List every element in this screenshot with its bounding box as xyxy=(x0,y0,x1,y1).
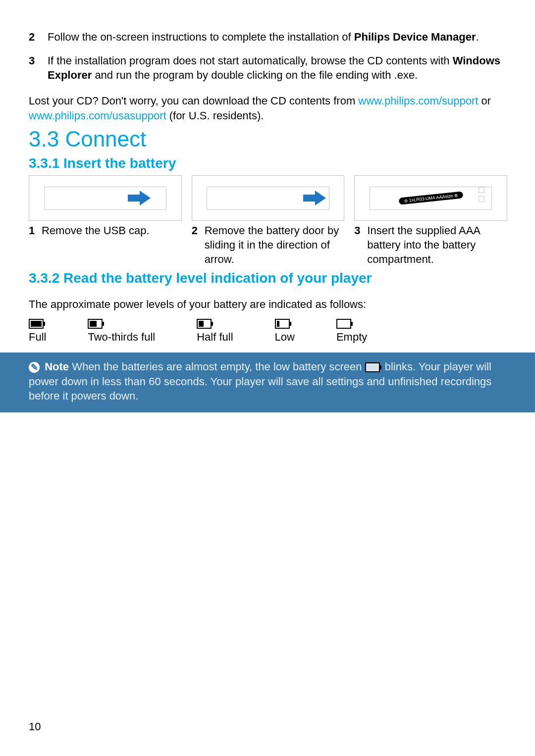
support-link-2[interactable]: www.philips.com/usasupport xyxy=(29,109,166,122)
svg-rect-7 xyxy=(211,322,213,326)
text-segment: If the installation program does not sta… xyxy=(48,54,453,67)
battery-levels-row: Full Two-thirds full Half full xyxy=(29,319,506,344)
step-number: 3 xyxy=(29,53,39,83)
text-segment: . xyxy=(476,31,479,43)
svg-rect-10 xyxy=(289,322,291,326)
svg-rect-13 xyxy=(351,322,353,326)
svg-rect-2 xyxy=(31,321,42,327)
figure-cell-2: 2 Remove the battery door by sliding it … xyxy=(192,175,344,266)
caption-number: 1 xyxy=(29,224,36,238)
caption-number: 3 xyxy=(354,224,361,266)
figure-row: 1 Remove the USB cap. 2 Remove the batte… xyxy=(29,175,506,266)
text-segment: Follow the on-screen instructions to com… xyxy=(48,31,354,43)
note-text-pre: When the batteries are almost empty, the… xyxy=(69,360,365,373)
svg-rect-1 xyxy=(43,322,45,326)
svg-rect-12 xyxy=(337,319,351,328)
battery-blink-icon xyxy=(365,362,382,372)
level-full: Full xyxy=(29,319,46,344)
section-heading-connect: 3.3 Connect xyxy=(29,127,506,151)
text-bold: Philips Device Manager xyxy=(354,31,476,43)
battery-full-icon xyxy=(29,319,46,329)
arrow-right-icon xyxy=(303,191,326,205)
figure-insert-battery: ⊖ 1xLR03·UM4·AAAsize ⊕ xyxy=(354,175,507,221)
caption-text: Remove the USB cap. xyxy=(42,224,150,238)
figure-caption-3: 3 Insert the supplied AAA battery into t… xyxy=(354,224,506,266)
step-number: 2 xyxy=(29,30,39,45)
level-label: Empty xyxy=(336,331,367,344)
svg-rect-5 xyxy=(90,321,97,327)
svg-rect-8 xyxy=(199,321,204,327)
caption-text: Insert the supplied AAA battery into the… xyxy=(367,224,506,266)
figure-usb-cap xyxy=(29,175,182,221)
level-label: Full xyxy=(29,331,46,344)
svg-rect-4 xyxy=(102,322,104,326)
level-label: Two-thirds full xyxy=(88,331,155,344)
svg-rect-14 xyxy=(366,363,379,372)
battery-empty-icon xyxy=(336,319,353,329)
note-icon: ✎ xyxy=(29,362,40,373)
page-number: 10 xyxy=(29,720,41,733)
note-box: ✎ Note When the batteries are almost emp… xyxy=(0,353,535,412)
level-half: Half full xyxy=(197,319,233,344)
subsection-insert-battery: 3.3.1 Insert the battery xyxy=(29,155,506,171)
text-segment: or xyxy=(478,95,491,107)
support-link-1[interactable]: www.philips.com/support xyxy=(358,95,478,107)
level-label: Low xyxy=(275,331,295,344)
install-step-3: 3 If the installation program does not s… xyxy=(29,53,506,83)
svg-rect-11 xyxy=(277,321,279,327)
levels-intro: The approximate power levels of your bat… xyxy=(29,297,506,312)
figure-caption-2: 2 Remove the battery door by sliding it … xyxy=(192,224,344,266)
text-segment: and run the program by double clicking o… xyxy=(92,69,418,81)
polarity-icons xyxy=(479,187,484,202)
caption-number: 2 xyxy=(192,224,199,266)
battery-two-thirds-icon xyxy=(88,319,105,329)
figure-battery-door xyxy=(192,175,345,221)
lost-cd-paragraph: Lost your CD? Don't worry, you can downl… xyxy=(29,94,506,123)
step-text: Follow the on-screen instructions to com… xyxy=(48,30,479,45)
battery-half-icon xyxy=(197,319,214,329)
install-step-2: 2 Follow the on-screen instructions to c… xyxy=(29,30,506,45)
level-empty: Empty xyxy=(336,319,367,344)
battery-low-icon xyxy=(275,319,292,329)
step-text: If the installation program does not sta… xyxy=(48,53,506,83)
caption-text: Remove the battery door by sliding it in… xyxy=(205,224,344,266)
battery-label-text: 1xLR03·UM4·AAAsize xyxy=(409,194,453,203)
svg-rect-15 xyxy=(379,365,381,369)
level-label: Half full xyxy=(197,331,233,344)
arrow-right-icon xyxy=(128,191,151,205)
figure-cell-3: ⊖ 1xLR03·UM4·AAAsize ⊕ 3 Insert the supp… xyxy=(354,175,506,266)
text-segment: (for U.S. residents). xyxy=(166,109,264,122)
subsection-battery-level: 3.3.2 Read the battery level indication … xyxy=(29,270,506,286)
note-label: Note xyxy=(45,360,69,373)
figure-cell-1: 1 Remove the USB cap. xyxy=(29,175,181,238)
figure-caption-1: 1 Remove the USB cap. xyxy=(29,224,181,238)
level-low: Low xyxy=(275,319,295,344)
level-two-thirds: Two-thirds full xyxy=(88,319,155,344)
text-segment: Lost your CD? Don't worry, you can downl… xyxy=(29,95,358,107)
battery-label: ⊖ 1xLR03·UM4·AAAsize ⊕ xyxy=(398,192,463,205)
